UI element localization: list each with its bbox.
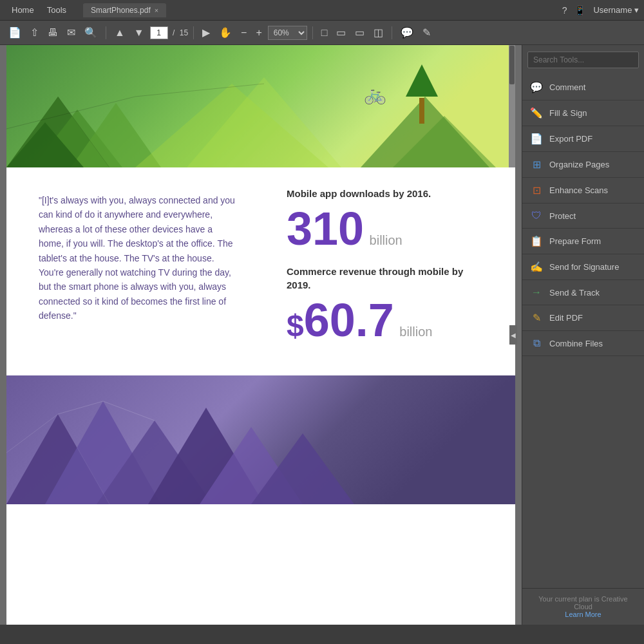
stat1-number: 310 [287,203,364,254]
search-tools-section [522,45,644,75]
tool-prepareform-label: Prepare Form [549,236,601,246]
tab-close-button[interactable]: × [155,6,158,14]
enhance-icon: ⊡ [530,184,543,196]
tool-protect[interactable]: 🛡 Protect [522,204,644,229]
menu-tools[interactable]: Tools [41,3,73,17]
stat2-value: $60.7 billion [287,297,483,343]
toolbar: 📄 ⇧ 🖶 ✉ 🔍 ▲ ▼ / 15 ▶ ✋ − + 60% 50% 75% 1… [0,21,644,45]
toolbar-sep-3 [312,26,313,39]
tool-combine-label: Combine Files [549,339,603,348]
spread-button[interactable]: ◫ [370,24,386,41]
stat2-number: 60.7 [304,294,394,346]
fit-page-button[interactable]: □ [318,25,331,41]
page-total: 15 [180,28,188,37]
rotate-button[interactable]: ▭ [352,24,368,41]
print-button[interactable]: 🖶 [44,25,61,41]
search-tools-input[interactable] [527,52,639,68]
fit-width-button[interactable]: ▭ [333,24,349,41]
pdf-stats-section: Mobile app downloads by 2016. 310 billio… [274,180,496,363]
tool-signature-label: Send for Signature [549,262,619,272]
pdf-scrollbar-thumb[interactable] [509,46,515,84]
zoom-in-button[interactable]: + [252,25,265,41]
comment-toolbar-button[interactable]: 💬 [397,24,417,41]
prepareform-icon: 📋 [530,235,543,247]
tool-organize-label: Organize Pages [549,160,609,169]
pdf-viewer[interactable]: ◀ [0,45,522,625]
zoom-out-button[interactable]: − [238,25,250,41]
username-menu[interactable]: Username ▾ [593,5,639,15]
page-separator: / [171,28,177,37]
menu-home[interactable]: Home [5,3,41,17]
tool-exportpdf[interactable]: 📄 Export PDF [522,126,644,152]
toolbar-sep-1 [106,26,106,39]
hand-tool[interactable]: ✋ [216,24,235,41]
tool-enhance-label: Enhance Scans [549,185,608,195]
pdf-header-image: 🚲 [6,45,515,167]
open-file-button[interactable]: ⇧ [27,24,42,41]
stat1-value: 310 billion [287,205,483,252]
svg-line-17 [58,401,103,414]
svg-line-9 [135,84,264,97]
toolbar-sep-4 [392,26,392,39]
fillsign-icon: ✏️ [530,107,543,119]
pdf-footer-image [6,375,515,504]
main-area: ◀ [0,45,644,625]
tool-exportpdf-label: Export PDF [549,134,592,144]
stat2-section: Commerce revenue through mobile by 2019.… [287,265,483,343]
stat1-unit: billion [370,233,402,247]
phone-icon[interactable]: 📱 [574,5,585,15]
tool-editpdf[interactable]: ✎ Edit PDF [522,305,644,331]
tree-shape [406,64,438,124]
pdf-scrollbar[interactable] [509,45,515,167]
next-page-button[interactable]: ▼ [131,25,147,41]
prev-page-button[interactable]: ▲ [111,25,128,41]
cursor-tool[interactable]: ▶ [199,24,213,41]
stat1-label: Mobile app downloads by 2016. [287,187,483,200]
exportpdf-icon: 📄 [530,133,543,145]
pdf-page: 🚲 "[I]t's always with you, always connec… [6,45,515,625]
toolbar-sep-2 [193,26,194,39]
panel-collapse-arrow[interactable]: ◀ [509,325,517,345]
tool-sendtrack[interactable]: → Send & Track [522,280,644,305]
learn-more-link[interactable]: Learn More [565,611,601,618]
tool-fillsign[interactable]: ✏️ Fill & Sign [522,100,644,126]
zoom-select[interactable]: 60% 50% 75% 100% 125% 150% [268,26,307,40]
tools-list: 💬 Comment ✏️ Fill & Sign 📄 Export PDF ⊞ … [522,75,644,588]
stat2-unit: billion [399,325,432,339]
organize-icon: ⊞ [530,158,543,171]
pdf-quote-text: "[I]t's always with you, always connecte… [39,193,235,323]
stat2-prefix: $ [287,308,304,343]
combine-icon: ⧉ [530,337,543,349]
pdf-quote-section: "[I]t's always with you, always connecte… [26,180,248,363]
menu-bar-right: ? 📱 Username ▾ [562,5,639,15]
header-svg [6,45,515,167]
email-button[interactable]: ✉ [64,24,79,41]
plan-text: Your current plan is Creative Cloud [529,595,638,611]
pdf-content: "[I]t's always with you, always connecte… [6,167,515,375]
stat2-label: Commerce revenue through mobile by 2019. [287,265,483,292]
tool-enhance[interactable]: ⊡ Enhance Scans [522,178,644,204]
editpdf-icon: ✎ [530,312,543,324]
protect-icon: 🛡 [530,210,543,222]
draw-button[interactable]: ✎ [419,24,434,41]
tool-comment-label: Comment [549,82,585,92]
panel-footer: Your current plan is Creative Cloud Lear… [522,588,644,625]
search-button[interactable]: 🔍 [81,24,100,41]
pdf-tab[interactable]: SmartPhones.pdf × [83,3,166,17]
new-file-button[interactable]: 📄 [5,24,24,41]
menu-bar: Home Tools SmartPhones.pdf × ? 📱 Usernam… [0,0,644,21]
sendtrack-icon: → [530,287,543,298]
tool-organize[interactable]: ⊞ Organize Pages [522,152,644,178]
tool-combine[interactable]: ⧉ Combine Files [522,331,644,356]
tool-editpdf-label: Edit PDF [549,313,583,323]
stat1-section: Mobile app downloads by 2016. 310 billio… [287,187,483,252]
tool-signature[interactable]: ✍ Send for Signature [522,254,644,280]
pdf-tab-label: SmartPhones.pdf [91,6,151,15]
tool-fillsign-label: Fill & Sign [549,108,587,118]
page-number-input[interactable] [150,26,168,39]
tool-comment[interactable]: 💬 Comment [522,75,644,100]
right-panel: 💬 Comment ✏️ Fill & Sign 📄 Export PDF ⊞ … [522,45,644,625]
help-icon[interactable]: ? [562,5,567,15]
tool-prepareform[interactable]: 📋 Prepare Form [522,229,644,254]
comment-icon: 💬 [530,81,543,93]
